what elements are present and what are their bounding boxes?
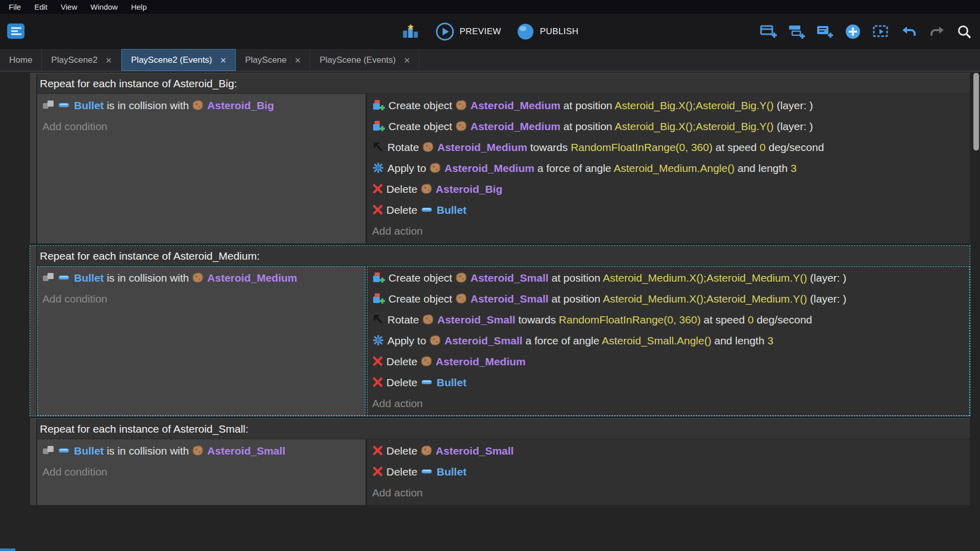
- bullet-icon: [58, 102, 71, 109]
- action-row[interactable]: Create object Asteroid_Medium at positio…: [372, 116, 966, 137]
- debugger-icon[interactable]: [402, 23, 420, 40]
- add-action-button[interactable]: Add action: [372, 220, 966, 241]
- delete-icon: [372, 466, 383, 477]
- event-block[interactable]: Repeat for each instance of Asteroid_Med…: [30, 246, 970, 416]
- event-block[interactable]: Repeat for each instance of Asteroid_Big…: [30, 73, 970, 243]
- redo-icon[interactable]: [928, 24, 946, 39]
- add-subevent-icon[interactable]: [788, 24, 805, 39]
- collision-icon: [42, 272, 56, 283]
- text-segment: Asteroid_Big: [207, 99, 274, 111]
- actions-cell[interactable]: Create object Asteroid_Small at position…: [367, 266, 970, 416]
- event-drag-handle[interactable]: [30, 419, 36, 505]
- text-segment: Asteroid_Medium: [445, 162, 534, 174]
- menu-item-file[interactable]: File: [2, 0, 28, 14]
- event-header[interactable]: Repeat for each instance of Asteroid_Big…: [37, 73, 970, 93]
- action-row[interactable]: Delete Bullet: [372, 461, 966, 482]
- action-row[interactable]: Create object Asteroid_Small at position…: [372, 288, 966, 309]
- text-segment: is in collision with: [104, 272, 192, 284]
- menu-item-window[interactable]: Window: [84, 0, 124, 14]
- text-segment: Asteroid_Medium.X();Asteroid_Medium.Y(): [603, 293, 807, 305]
- search-icon[interactable]: [957, 24, 972, 39]
- preview-play-icon: [435, 22, 455, 41]
- tab-playscene2-events-[interactable]: PlayScene2 (Events)×: [121, 49, 236, 71]
- action-row[interactable]: Create object Asteroid_Medium at positio…: [372, 95, 966, 116]
- add-condition-button[interactable]: Add condition: [42, 116, 360, 137]
- action-row[interactable]: Delete Asteroid_Medium: [372, 351, 966, 372]
- action-row[interactable]: Apply to Asteroid_Medium a force of angl…: [372, 158, 966, 179]
- event-drag-handle[interactable]: [30, 73, 36, 243]
- tab-close-icon[interactable]: ×: [220, 55, 227, 65]
- tab-home[interactable]: Home: [0, 49, 42, 71]
- action-row[interactable]: Delete Asteroid_Small: [372, 440, 966, 461]
- tab-label: Home: [9, 55, 32, 65]
- undo-icon[interactable]: [900, 24, 918, 39]
- condition-row[interactable]: Bullet is in collision with Asteroid_Sma…: [42, 440, 360, 461]
- event-header[interactable]: Repeat for each instance of Asteroid_Sma…: [37, 419, 970, 439]
- text-segment: Asteroid_Big: [436, 183, 503, 195]
- text-segment: (layer: ): [807, 293, 846, 305]
- actions-cell[interactable]: Create object Asteroid_Medium at positio…: [367, 94, 970, 243]
- text-segment: a force of angle: [523, 335, 602, 346]
- text-segment: Asteroid_Medium.Angle(): [614, 162, 734, 174]
- add-new-event-icon[interactable]: [844, 23, 862, 40]
- menu-item-edit[interactable]: Edit: [28, 0, 54, 14]
- text-segment: Delete: [386, 183, 421, 195]
- text-segment: Asteroid_Medium: [207, 272, 297, 284]
- menu-bar: FileEditViewWindowHelp: [0, 0, 980, 14]
- action-row[interactable]: Apply to Asteroid_Small a force of angle…: [372, 330, 966, 351]
- tab-bar: HomePlayScene2×PlayScene2 (Events)×PlayS…: [0, 49, 980, 71]
- event-body: Bullet is in collision with Asteroid_Sma…: [37, 439, 970, 505]
- horizontal-scrollbar-thumb[interactable]: [0, 548, 15, 551]
- text-segment: Create object: [388, 293, 455, 305]
- action-row[interactable]: Delete Asteroid_Big: [372, 179, 966, 199]
- preview-button[interactable]: PREVIEW: [435, 22, 501, 41]
- menu-item-help[interactable]: Help: [125, 0, 154, 14]
- text-segment: Asteroid_Big.X();Asteroid_Big.Y(): [615, 99, 774, 111]
- menu-item-view[interactable]: View: [54, 0, 84, 14]
- conditions-cell[interactable]: Bullet is in collision with Asteroid_Sma…: [37, 439, 365, 505]
- gdevelop-logo-icon[interactable]: [6, 22, 27, 41]
- add-action-button[interactable]: Add action: [372, 393, 966, 414]
- action-row[interactable]: Delete Bullet: [372, 199, 966, 220]
- event-block[interactable]: Repeat for each instance of Asteroid_Sma…: [30, 418, 970, 505]
- tab-close-icon[interactable]: ×: [106, 55, 112, 65]
- choose-event-icon[interactable]: [872, 24, 890, 39]
- condition-row[interactable]: Bullet is in collision with Asteroid_Med…: [42, 267, 360, 288]
- add-condition-button[interactable]: Add condition: [42, 461, 360, 482]
- add-comment-icon[interactable]: [816, 24, 834, 39]
- text-segment: is in collision with: [104, 99, 192, 111]
- event-header[interactable]: Repeat for each instance of Asteroid_Med…: [37, 246, 970, 266]
- actions-cell[interactable]: Delete Asteroid_SmallDelete BulletAdd ac…: [367, 439, 970, 505]
- conditions-cell[interactable]: Bullet is in collision with Asteroid_Big…: [37, 94, 365, 243]
- text-segment: Asteroid_Small: [207, 445, 285, 457]
- tab-playscene[interactable]: PlayScene×: [236, 49, 310, 71]
- add-event-icon[interactable]: [760, 24, 777, 39]
- collision-icon: [42, 99, 56, 111]
- text-segment: a force of angle: [534, 162, 614, 174]
- text-segment: Bullet: [437, 377, 467, 388]
- add-action-button[interactable]: Add action: [372, 482, 966, 503]
- action-row[interactable]: Create object Asteroid_Small at position…: [372, 267, 966, 288]
- create-icon: [372, 292, 385, 305]
- asteroid-icon: [421, 356, 433, 367]
- action-row[interactable]: Rotate Asteroid_Small towards RandomFloa…: [372, 309, 966, 330]
- tab-close-icon[interactable]: ×: [404, 55, 410, 65]
- action-row[interactable]: Delete Bullet: [372, 372, 966, 393]
- vertical-scrollbar-thumb[interactable]: [973, 73, 979, 151]
- action-row[interactable]: Rotate Asteroid_Medium towards RandomFlo…: [372, 137, 966, 158]
- event-drag-handle[interactable]: [30, 246, 36, 416]
- tab-close-icon[interactable]: ×: [295, 55, 301, 65]
- tab-playscene-events-[interactable]: PlayScene (Events)×: [310, 49, 420, 71]
- text-segment: deg/second: [766, 141, 824, 153]
- tab-playscene2[interactable]: PlayScene2×: [42, 49, 121, 71]
- condition-row[interactable]: Bullet is in collision with Asteroid_Big: [42, 95, 360, 116]
- text-segment: Rotate: [387, 141, 422, 153]
- text-segment: at position: [560, 99, 615, 111]
- text-segment: Asteroid_Small: [445, 335, 523, 346]
- event-body: Bullet is in collision with Asteroid_Big…: [37, 94, 970, 243]
- conditions-cell[interactable]: Bullet is in collision with Asteroid_Med…: [37, 266, 365, 416]
- text-segment: towards: [527, 141, 571, 153]
- add-condition-button[interactable]: Add condition: [42, 288, 360, 309]
- publish-button[interactable]: PUBLISH: [517, 22, 579, 41]
- text-segment: Create object: [388, 272, 455, 284]
